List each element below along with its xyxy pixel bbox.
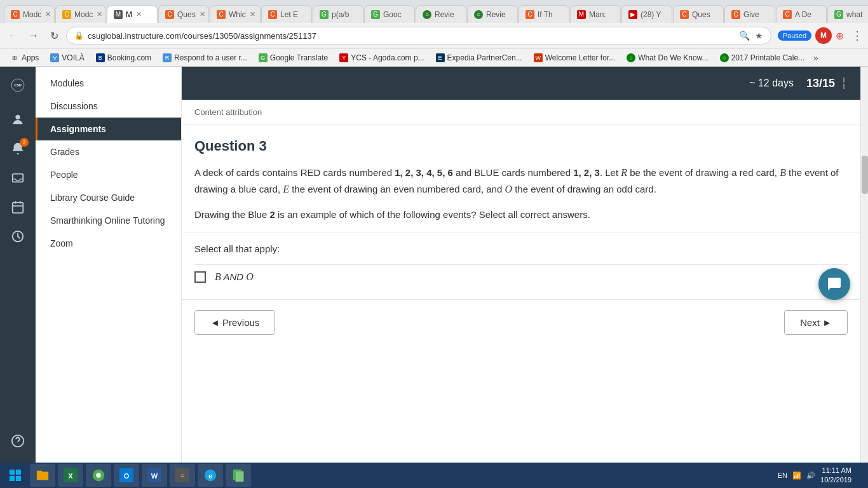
tab-close-1[interactable]: ✕ [45,10,51,18]
tab-2[interactable]: C Modc ✕ [55,5,106,23]
tab-5[interactable]: C Whic ✕ [210,5,261,23]
tab-close-2[interactable]: ✕ [97,10,102,18]
forward-button[interactable]: → [25,27,42,44]
sidebar-history-icon[interactable] [4,223,31,250]
tab-1[interactable]: C Modc ✕ [4,5,55,23]
tab-15[interactable]: C Give [724,5,775,23]
tab-14[interactable]: C Ques [673,5,724,23]
tab-close-4[interactable]: ✕ [200,10,205,18]
bookmark-voila-label: VOILÀ [62,53,84,62]
sidebar-calendar-icon[interactable] [4,194,31,220]
nav-assignments[interactable]: Assignments [36,118,181,140]
tab-label-17: what [846,10,862,19]
tab-label-11: If Th [538,10,553,19]
taskbar-files[interactable] [226,464,251,487]
tab-label-3: M [126,10,132,19]
bookmark-booking[interactable]: B Booking.com [91,52,156,64]
quiz-content: Content attribution Question 3 A deck of… [182,100,860,345]
profile-button[interactable]: M [815,27,832,44]
sidebar-inbox-icon[interactable] [4,165,31,191]
sidebar-help-icon[interactable] [4,428,31,454]
network-icon: 📶 [792,471,801,480]
tab-9[interactable]: ○ Revie [416,5,466,23]
answer-option-1[interactable]: B AND O [194,264,848,289]
bookmark-expedia[interactable]: E Expedia PartnerCen... [431,52,527,64]
taskbar-tray: EN 📶 🔊 11:11 AM 10/2/2019 [773,466,865,485]
bookmark-whatdowe[interactable]: ○ What Do We Know... [621,52,714,64]
taskbar-excel[interactable]: X [58,464,83,487]
outlook-icon: O [119,468,133,482]
tab-6[interactable]: C Let E [261,5,312,23]
taskbar-word[interactable]: W [142,464,167,487]
csu-logo-svg: CSU [11,78,25,92]
back-button[interactable]: ← [5,27,22,44]
tab-17[interactable]: G what [827,5,868,23]
sidebar-notifications-icon[interactable]: 2 [4,135,31,162]
quiz-scroll-indicator[interactable] [840,78,848,89]
main-layout: CSU 2 [0,67,868,488]
nav-zoom[interactable]: Zoom [36,232,181,255]
logo-icon[interactable]: CSU [4,72,31,98]
tab-8[interactable]: G Gooc [364,5,415,23]
tab-12[interactable]: M Man: [570,5,621,23]
taskbar-calculator[interactable]: = [170,464,195,487]
address-icons: 🔍 ★ [739,30,763,41]
nav-modules[interactable]: Modules [36,72,181,95]
address-box[interactable]: 🔒 csuglobal.instructure.com/courses/1305… [66,27,771,44]
tab-4[interactable]: C Ques ✕ [158,5,209,23]
nav-smarthinking[interactable]: Smarthinking Online Tutoring [36,209,181,232]
bookmark-ycs-label: YCS - Agoda.com p... [351,53,424,62]
bookmark-calendar[interactable]: ○ 2017 Printable Cale... [715,52,810,64]
tab-11[interactable]: C If Th [519,5,569,23]
apps-icon: ⊞ [10,53,19,62]
bookmark-ycs[interactable]: Y YCS - Agoda.com p... [334,52,429,64]
tab-10[interactable]: ○ Revie [467,5,518,23]
scrollbar-thumb[interactable] [862,156,868,194]
taskbar-outlook[interactable]: O [114,464,139,487]
bookmarks-more[interactable]: » [813,53,818,63]
tab-label-16: A De [795,10,811,19]
star-icon[interactable]: ★ [755,30,763,41]
taskbar-chrome[interactable] [86,464,111,487]
taskbar-explorer[interactable] [30,464,55,487]
bookmark-welcome[interactable]: W Welcome Letter for... [529,52,621,64]
previous-button[interactable]: ◄ Previous [194,310,275,335]
browser-chrome: C Modc ✕ C Modc ✕ M M ✕ C Ques ✕ C Whic … [0,0,868,67]
nav-grades[interactable]: Grades [36,140,181,163]
tab-favicon-6: C [268,10,277,19]
next-button[interactable]: Next ► [784,310,848,335]
nav-discussions[interactable]: Discussions [36,95,181,118]
tab-close-3[interactable]: ✕ [136,10,142,18]
svg-text:O: O [124,472,130,480]
svg-rect-10 [16,476,21,481]
tab-16[interactable]: C A De [776,5,827,23]
tab-label-10: Revie [486,10,506,19]
bookmark-calendar-label: 2017 Printable Cale... [731,53,804,62]
tab-bar: C Modc ✕ C Modc ✕ M M ✕ C Ques ✕ C Whic … [0,0,868,23]
bookmark-translate[interactable]: G Google Translate [254,52,333,64]
tab-13[interactable]: ▶ (28) Y [621,5,672,23]
taskbar-ie[interactable]: e [198,464,223,487]
tab-3[interactable]: M M ✕ [107,5,158,23]
start-button[interactable] [3,464,28,487]
right-scrollbar[interactable] [860,67,868,488]
nav-library[interactable]: Library Course Guide [36,186,181,209]
tab-close-5[interactable]: ✕ [250,10,255,18]
tab-favicon-14: C [680,10,689,19]
svg-rect-7 [10,470,15,475]
answer-label-1: B AND O [215,271,254,283]
bookmark-apps[interactable]: ⊞ Apps [5,52,44,64]
content-area[interactable]: ~ 12 days 13/15 Content attribution Ques… [182,67,860,488]
answer-checkbox-1[interactable] [194,271,206,283]
bookmark-respond[interactable]: R Respond to a user r... [158,52,252,64]
chat-fab[interactable] [818,268,850,300]
nav-people[interactable]: People [36,163,181,186]
refresh-button[interactable]: ↻ [46,27,62,44]
bookmark-voila[interactable]: V VOILÀ [45,52,89,64]
sidebar-profile-icon[interactable] [4,106,31,133]
svg-rect-24 [235,471,243,482]
translate-icon: G [259,53,268,62]
menu-icon[interactable]: ⋮ [851,29,863,43]
tab-7[interactable]: G p(a/b [313,5,363,23]
tab-favicon-7: G [320,10,329,19]
